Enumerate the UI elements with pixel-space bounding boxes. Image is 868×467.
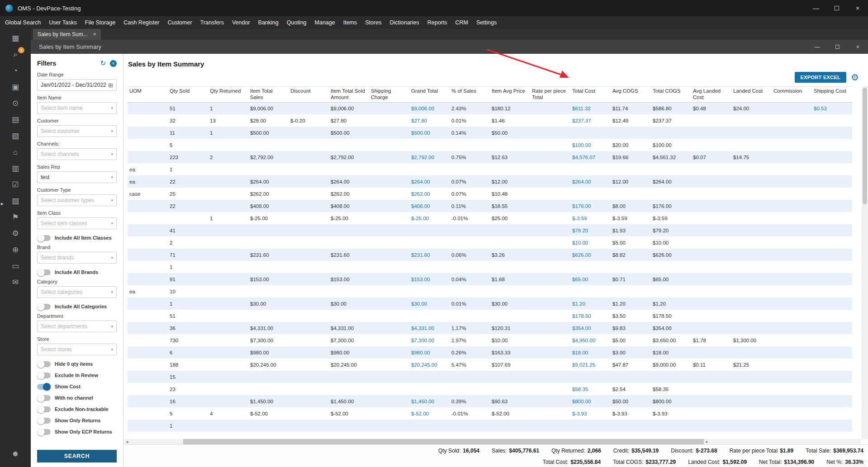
- cell-grand-total[interactable]: $408.00: [409, 200, 450, 212]
- col-total-cost[interactable]: Total Cost: [570, 87, 611, 103]
- clear-filters-icon[interactable]: ×: [110, 60, 117, 67]
- toggle-exclude-non-trackable[interactable]: Exclude Non-trackable: [37, 405, 117, 414]
- cell-total-cost[interactable]: $100.00: [570, 139, 611, 151]
- horizontal-scrollbar-thumb[interactable]: [183, 439, 704, 444]
- cell-grand-total[interactable]: $231.60: [409, 249, 450, 261]
- horizontal-scrollbar[interactable]: ◄ ►: [124, 439, 861, 444]
- cell-grand-total[interactable]: $-52.00: [409, 407, 450, 420]
- menu-item-crm[interactable]: CRM: [451, 19, 472, 26]
- toggle-switch[interactable]: [37, 235, 51, 241]
- toggle-switch[interactable]: [37, 373, 51, 378]
- cell-grand-total[interactable]: $500.00: [409, 127, 450, 139]
- folders-icon[interactable]: ▣: [9, 81, 21, 93]
- inner-minimize-icon[interactable]: —: [807, 40, 827, 54]
- cell-total-cost[interactable]: $237.37: [570, 114, 611, 127]
- tasks-icon[interactable]: ☑: [9, 179, 21, 191]
- cell-grand-total[interactable]: $9,006.00: [409, 102, 450, 114]
- col-item-total-sales[interactable]: Item Total Sales: [248, 87, 289, 103]
- col-item-avg-price[interactable]: Item Avg Price: [490, 87, 530, 103]
- toggle-exclude-in-review[interactable]: Exclude In Review: [37, 371, 117, 380]
- payments-icon[interactable]: ⊙: [9, 98, 21, 109]
- refresh-icon[interactable]: ↻: [100, 59, 106, 67]
- search-button[interactable]: SEARCH: [37, 450, 117, 462]
- menu-item-user-tasks[interactable]: User Tasks: [45, 19, 81, 26]
- col-shipping-cost[interactable]: Shipping Cost: [812, 87, 852, 103]
- tags-icon[interactable]: ⚑: [9, 212, 21, 223]
- scroll-left-icon[interactable]: ◄: [124, 440, 130, 444]
- menu-item-vendor[interactable]: Vendor: [228, 19, 254, 26]
- cell-total-cost[interactable]: $9,021.25: [570, 359, 611, 371]
- cell-total-cost[interactable]: $-3.59: [570, 212, 611, 224]
- toggle-switch[interactable]: [37, 269, 51, 275]
- toggle-hide-0-qty-items[interactable]: Hide 0 qty items: [37, 359, 117, 368]
- cell-grand-total[interactable]: $4,331.00: [409, 322, 450, 334]
- cell-total-cost[interactable]: $65.00: [570, 273, 611, 285]
- cell-grand-total[interactable]: $262.00: [409, 188, 450, 200]
- close-icon[interactable]: ×: [847, 0, 868, 16]
- col-commission[interactable]: Commission: [772, 87, 812, 103]
- filter-sales-rep-select[interactable]: test▾: [37, 171, 117, 183]
- menu-item-items[interactable]: Items: [339, 19, 361, 26]
- store-icon[interactable]: ⌂: [9, 146, 21, 158]
- filter-item-name-select[interactable]: Select item name▾: [37, 102, 117, 114]
- search-icon[interactable]: ⌕9: [9, 49, 21, 61]
- col-qty-sold[interactable]: Qty Sold: [168, 87, 208, 103]
- cell-grand-total[interactable]: $7,300.00: [409, 334, 450, 346]
- bank-icon[interactable]: ▥: [9, 163, 21, 175]
- gear-icon[interactable]: ⚙: [851, 73, 859, 82]
- web-icon[interactable]: ⊕: [9, 244, 21, 256]
- col-shipping-charge[interactable]: Shipping Charge: [369, 87, 409, 103]
- filter-customer-select[interactable]: Select customer▾: [37, 125, 117, 137]
- cell-total-cost[interactable]: $4,576.07: [570, 151, 611, 163]
- contacts-icon[interactable]: ▤: [9, 114, 21, 126]
- tab-close-icon[interactable]: ×: [93, 31, 96, 38]
- menu-item-global-search[interactable]: Global Search: [1, 19, 45, 26]
- menu-item-file-storage[interactable]: File Storage: [81, 19, 119, 26]
- cell-total-cost[interactable]: $10.00: [570, 236, 611, 249]
- toggle-with-no-channel[interactable]: With no channel: [37, 393, 117, 402]
- menu-item-dictionaries[interactable]: Dictionaries: [385, 19, 423, 26]
- filter-store-select[interactable]: Select stores▾: [37, 344, 117, 355]
- cell-total-cost[interactable]: $18.00: [570, 346, 611, 359]
- cell-total-cost[interactable]: $800.00: [570, 395, 611, 407]
- vertical-scrollbar[interactable]: [862, 86, 868, 439]
- export-excel-button[interactable]: EXPORT EXCEL: [795, 72, 847, 83]
- col-grand-total[interactable]: Grand Total: [409, 87, 450, 103]
- cell-total-cost[interactable]: $264.00: [570, 175, 611, 188]
- cell-total-cost[interactable]: $1.20: [570, 297, 611, 310]
- cell-total-cost[interactable]: $178.50: [570, 310, 611, 322]
- toggle-show-cost[interactable]: Show Cost: [37, 382, 117, 391]
- col-avg-cogs[interactable]: Avg COGS: [611, 87, 651, 103]
- menu-item-quoting[interactable]: Quoting: [283, 19, 311, 26]
- menu-item-manage[interactable]: Manage: [311, 19, 339, 26]
- cell-grand-total[interactable]: $30.00: [409, 297, 450, 310]
- panel-expander-icon[interactable]: ▸: [1, 201, 4, 207]
- toggle-switch[interactable]: [37, 384, 51, 390]
- filter-customer-type-select[interactable]: Select customer types▾: [37, 194, 117, 206]
- cell-grand-total[interactable]: $153.00: [409, 273, 450, 285]
- documents-icon[interactable]: ▨: [9, 195, 21, 207]
- cell-total-cost[interactable]: $79.20: [570, 224, 611, 236]
- toggle-show-only-ecp-returns[interactable]: Show Only ECP Returns: [37, 427, 117, 436]
- col-landed-cost[interactable]: Landed Cost: [731, 87, 772, 103]
- vertical-scrollbar-thumb[interactable]: [863, 88, 867, 204]
- menu-item-cash-register[interactable]: Cash Register: [119, 19, 163, 26]
- toggle-switch[interactable]: [37, 395, 51, 401]
- toggle-show-only-returns[interactable]: Show Only Returns: [37, 416, 117, 425]
- toggle-switch[interactable]: [37, 361, 51, 367]
- cell-shipping-cost[interactable]: $0.53: [812, 102, 852, 114]
- terminal-icon[interactable]: ▭: [9, 260, 21, 272]
- filter-category-select[interactable]: Select categories▾: [37, 286, 117, 298]
- inventory-icon[interactable]: ▧: [9, 130, 21, 142]
- user-icon[interactable]: ☻: [9, 448, 21, 460]
- toggle-switch[interactable]: [37, 304, 51, 310]
- cell-grand-total[interactable]: $1,450.00: [409, 395, 450, 407]
- menu-item-stores[interactable]: Stores: [361, 19, 385, 26]
- cell-grand-total[interactable]: $20,245.00: [409, 359, 450, 371]
- menu-item-banking[interactable]: Banking: [254, 19, 283, 26]
- cell-grand-total[interactable]: $2,792.00: [409, 151, 450, 163]
- col-rate-per-piece-total[interactable]: Rate per piece Total: [530, 87, 570, 103]
- menu-item-reports[interactable]: Reports: [423, 19, 451, 26]
- filter-brand-select[interactable]: Select brands▾: [37, 252, 117, 264]
- toggle-switch[interactable]: [37, 406, 51, 412]
